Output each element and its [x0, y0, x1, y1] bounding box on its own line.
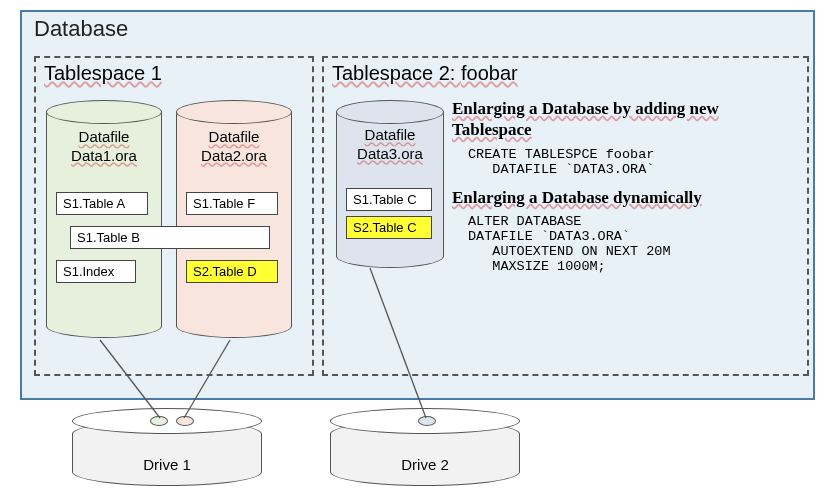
drive-2: Drive 2 — [330, 408, 520, 488]
table-s2-d: S2.Table D — [186, 260, 278, 283]
datafile-1-label: Datafile Data1.ora — [46, 128, 162, 166]
table-s2-c: S2.Table C — [346, 216, 432, 239]
tablespace-2-title: Tablespace 2: foobar — [324, 58, 807, 89]
datafile-2: Datafile Data2.ora — [176, 100, 292, 340]
drive-1-slot-1 — [150, 416, 168, 426]
table-s1-f: S1.Table F — [186, 192, 278, 215]
tablespace-1-title: Tablespace 1 — [36, 58, 312, 89]
drive-2-slot-1 — [418, 416, 436, 426]
datafile-2-label: Datafile Data2.ora — [176, 128, 292, 166]
drive-1-slot-2 — [176, 416, 194, 426]
heading-add-tablespace: Enlarging a Database by adding new Table… — [452, 98, 802, 141]
tablespace-1: Tablespace 1 Datafile Data1.ora Datafile… — [34, 56, 314, 376]
tablespace-2-text: Enlarging a Database by adding new Table… — [452, 98, 802, 284]
datafile-3-label: Datafile Data3.ora — [336, 126, 444, 164]
drive-1: Drive 1 — [72, 408, 262, 488]
heading-dynamic: Enlarging a Database dynamically — [452, 187, 802, 208]
database-title: Database — [22, 12, 813, 46]
database-container: Database Tablespace 1 Datafile Data1.ora… — [20, 10, 815, 400]
drive-1-label: Drive 1 — [72, 456, 262, 473]
drive-2-label: Drive 2 — [330, 456, 520, 473]
table-s1-b: S1.Table B — [70, 226, 270, 249]
table-s1-a: S1.Table A — [56, 192, 148, 215]
table-s1-c: S1.Table C — [346, 188, 432, 211]
table-s1-index: S1.Index — [56, 260, 136, 283]
datafile-1: Datafile Data1.ora — [46, 100, 162, 340]
datafile-3: Datafile Data3.ora — [336, 100, 444, 270]
tablespace-2: Tablespace 2: foobar Datafile Data3.ora … — [322, 56, 809, 376]
code-alter-database: ALTER DATABASE DATAFILE `DATA3.ORA` AUTO… — [468, 214, 802, 274]
code-create-tablespace: CREATE TABLESPCE foobar DATAFILE `DATA3.… — [468, 147, 802, 177]
